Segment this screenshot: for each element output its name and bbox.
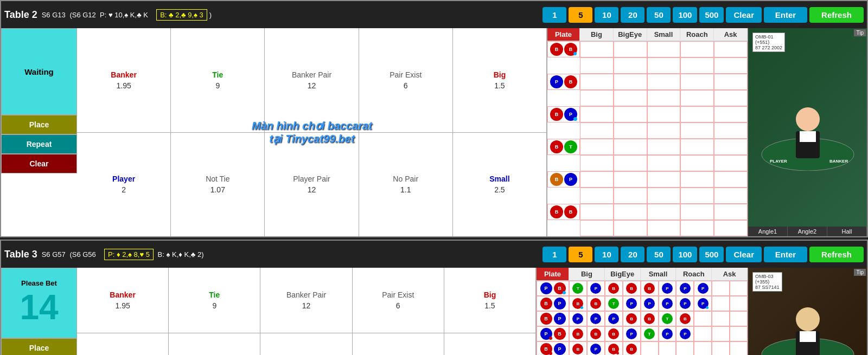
clear-btn-t3[interactable]: Clear (726, 247, 762, 262)
table2-big-odds: 1.5 (494, 81, 505, 90)
circle-b8: B (564, 205, 577, 218)
table2-repeat-btn[interactable]: Repeat (1, 134, 77, 154)
plate-cell-r6: B B (547, 204, 580, 220)
table3-place-btn[interactable]: Place (1, 338, 77, 355)
chip-20-btn-t3[interactable]: 20 (621, 247, 644, 262)
table3-not-tie-bet[interactable]: Not Tie 1.07 (169, 333, 260, 355)
table3-banker-pair-bet[interactable]: Banker Pair 12 (260, 268, 352, 333)
chip-10-btn-t2[interactable]: 10 (595, 7, 618, 23)
plate-other-r6 (580, 204, 748, 236)
table2-not-tie-bet[interactable]: Not Tie 1.07 (171, 133, 265, 237)
table3-title: Table 3 (4, 249, 37, 260)
table3-big-label: Big (484, 291, 496, 299)
table3-video-panel: Tip PLAYER BANKER OMB-03(+355)87 SS7141 … (748, 268, 867, 355)
table3-block: Table 3 S6 G57 (S6 G56 P: ♦ 2,♠ 8,♥ 5 B:… (0, 240, 868, 355)
chip-1-btn-t2[interactable]: 1 (542, 7, 566, 23)
table3-bet-area: Banker 1.95 Tie 9 Banker Pair 12 Pair Ex… (77, 268, 536, 355)
enter-btn-t3[interactable]: Enter (764, 247, 807, 262)
chip-20-btn-t2[interactable]: 20 (621, 7, 644, 23)
table3-tie-bet[interactable]: Tie 9 (169, 268, 260, 333)
table2-header: Table 2 S6 G13 (S6 G12 P: ♥ 10,♠ K,♣ K B… (1, 1, 867, 28)
t3-plate-row-5: B P B P B B (537, 341, 748, 355)
table2-banker-pair-odds: 12 (308, 81, 316, 90)
table2-no-pair-label: No Pair (393, 175, 418, 183)
chip-50-btn-t2[interactable]: 50 (647, 7, 671, 23)
table2-bet-area: Banker 1.95 Tie 9 Banker Pair 12 Pair Ex… (77, 28, 547, 236)
table2-title: Table 2 (4, 9, 37, 21)
table3-body: Please Bet 14 Place Repeat Clear Banker … (1, 268, 867, 355)
table2-angle1-btn[interactable]: Angle1 (748, 227, 788, 236)
t3-plate-row-2: B P B B T P P P P P (537, 296, 748, 311)
table3-big-odds: 1.5 (484, 301, 495, 310)
table2-big-bet[interactable]: Big 1.5 (453, 28, 547, 132)
plate-header-roach-t2: Roach (680, 28, 714, 41)
table2-current-hand: B: ♣ 2,♣ 9,♠ 3 (156, 9, 207, 21)
chip-1-btn-t3[interactable]: 1 (542, 247, 566, 262)
chip-500-btn-t2[interactable]: 500 (699, 7, 724, 23)
plate-other-r4 (580, 139, 748, 171)
plate-header-ask-t2: Ask (714, 28, 748, 41)
table3-no-pair-bet[interactable]: No Pair 1.1 (353, 333, 444, 355)
table2-no-pair-bet[interactable]: No Pair 1.1 (359, 133, 453, 237)
table2-player-pair-label: Player Pair (293, 175, 330, 183)
chip-50-btn-t3[interactable]: 50 (647, 247, 671, 262)
plate-header-roach-t3: Roach (676, 268, 712, 280)
table2-pair-exist-odds: 6 (404, 81, 408, 90)
table2-place-btn[interactable]: Place (1, 115, 77, 134)
table2-player-pair-bet[interactable]: Player Pair 12 (265, 133, 359, 237)
table3-small-bet[interactable]: Small 2.5 (444, 333, 536, 355)
svg-text:BANKER: BANKER (829, 159, 848, 164)
table2-small-bet[interactable]: Small 2.5 (453, 133, 547, 237)
chip-100-btn-t2[interactable]: 100 (673, 7, 697, 23)
table2-angle2-btn[interactable]: Angle2 (788, 227, 827, 236)
table2-plate-header: Plate Big BigEye Small Roach Ask (547, 28, 748, 41)
table3-status-label: Please Bet (20, 279, 58, 287)
table3-player-pair-bet[interactable]: Player Pair 12 (260, 333, 352, 355)
table3-pair-exist-bet[interactable]: Pair Exist 6 (353, 268, 444, 333)
refresh-btn-t3[interactable]: Refresh (809, 247, 864, 262)
table3-banker-bet[interactable]: Banker 1.95 (77, 268, 169, 333)
table2-pair-exist-bet[interactable]: Pair Exist 6 (359, 28, 453, 132)
table3-tie-odds: 9 (212, 301, 216, 310)
table2-player-bet[interactable]: Player 2 (77, 133, 171, 237)
svg-point-7 (796, 307, 820, 331)
circle-b5: B (550, 140, 563, 153)
table2-plate-row-2: P B (547, 74, 748, 106)
table3-player-bet[interactable]: Player 2 (77, 333, 169, 355)
table2-plate-row-5: B P (547, 171, 748, 204)
plate-other-r2 (580, 74, 748, 106)
table2-top-bets: Banker 1.95 Tie 9 Banker Pair 12 Pair Ex… (77, 28, 547, 133)
table2-hall-btn[interactable]: Hall (827, 227, 867, 236)
table2-session: S6 G13 (42, 11, 66, 19)
table2-banker-bet[interactable]: Banker 1.95 (77, 28, 171, 132)
table2-clear-btn[interactable]: Clear (1, 154, 77, 173)
chip-5-btn-t3[interactable]: 5 (569, 247, 592, 262)
table2-player-label: Player (112, 175, 135, 183)
table2-tie-label: Tie (212, 70, 223, 79)
circle-b3: B (564, 75, 577, 88)
chip-100-btn-t3[interactable]: 100 (673, 247, 697, 262)
circle-b6: B (550, 173, 563, 186)
table3-banker-odds: 1.95 (115, 301, 130, 310)
chip-5-btn-t2[interactable]: 5 (569, 7, 592, 23)
table3-big-bet[interactable]: Big 1.5 (444, 268, 536, 333)
clear-btn-t2[interactable]: Clear (726, 7, 762, 23)
table3-prev-hand: P: ♦ 2,♠ 8,♥ 5 (104, 249, 154, 260)
table3-pair-exist-odds: 6 (396, 301, 400, 310)
plate-cell-r5: B P (547, 171, 580, 188)
t3-plate-r1: P B (537, 281, 569, 296)
chip-10-btn-t3[interactable]: 10 (595, 247, 618, 262)
plate-header-plate-t2: Plate (547, 28, 580, 41)
refresh-btn-t2[interactable]: Refresh (809, 7, 864, 23)
table3-plate-section: Plate Big BigEye Small Roach Ask P B T P (536, 268, 748, 355)
svg-point-1 (796, 107, 820, 131)
chip-500-btn-t3[interactable]: 500 (699, 247, 724, 262)
table2-tie-bet[interactable]: Tie 9 (171, 28, 265, 132)
table2-banker-pair-bet[interactable]: Banker Pair 12 (265, 28, 359, 132)
table2-plate-row-4: B T (547, 139, 748, 171)
table2-banker-label: Banker (111, 70, 136, 79)
enter-btn-t2[interactable]: Enter (764, 7, 807, 23)
svg-rect-3 (800, 131, 816, 142)
table2-small-label: Small (489, 175, 509, 183)
table2-banker-odds: 1.95 (116, 81, 131, 90)
